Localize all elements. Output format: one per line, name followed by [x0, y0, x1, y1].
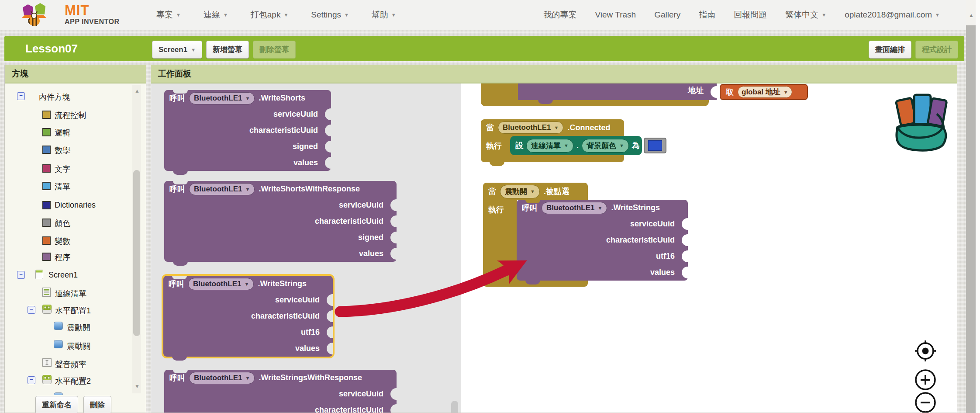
tree-item-button-vibrate-off[interactable]: 震動關: [5, 338, 146, 353]
mit-bee-logo-icon: [18, 2, 60, 27]
designer-view-button[interactable]: 畫面編排: [869, 41, 911, 59]
to-keyword: 為: [632, 140, 640, 151]
property-dropdown[interactable]: 背景顏色▼: [582, 139, 629, 153]
zoom-in-icon[interactable]: [916, 370, 935, 389]
menu-build[interactable]: 打包apk▼: [251, 9, 289, 21]
collapse-icon[interactable]: −: [28, 306, 35, 314]
socket-icon: [390, 404, 397, 413]
tree-item-harrangement1[interactable]: − 水平配置1: [5, 302, 146, 317]
page-scrollbar[interactable]: ▲: [966, 0, 976, 413]
component-dropdown[interactable]: BluetoothLE1▼: [498, 121, 563, 134]
tree-item-logic[interactable]: 邏輯: [5, 125, 146, 139]
component-dropdown[interactable]: BluetoothLE1▼: [188, 278, 254, 290]
flyout-block-writestringswithresponse[interactable]: 呼叫 BluetoothLE1▼ .WriteStringsWithRespon…: [164, 370, 397, 413]
collapse-icon[interactable]: −: [17, 271, 25, 279]
menu-my-projects[interactable]: 我的專案: [543, 9, 576, 21]
menu-gallery[interactable]: Gallery: [654, 10, 680, 20]
component-dropdown[interactable]: BluetoothLE1▼: [189, 372, 255, 384]
dropdown-caret-icon: ▼: [245, 96, 250, 101]
when-keyword: 當: [486, 122, 494, 133]
app-logo[interactable]: MIT APP INVENTOR: [18, 2, 119, 27]
menu-help[interactable]: 幫助▼: [372, 9, 396, 21]
blocks-workspace[interactable]: 呼叫 BluetoothLE1▼ .WriteShorts serviceUui…: [151, 83, 957, 413]
tree-item-button-vibrate-on[interactable]: 震動開: [5, 319, 146, 334]
tree-item-lists[interactable]: 清單: [5, 178, 146, 193]
tree-item-text[interactable]: 文字: [5, 161, 146, 176]
socket-icon: [327, 343, 333, 354]
menu-report-issue[interactable]: 回報問題: [734, 9, 767, 21]
menu-settings[interactable]: Settings▼: [311, 10, 349, 20]
scroll-up-icon[interactable]: ▲: [135, 88, 140, 94]
tree-item-math[interactable]: 數學: [5, 142, 146, 157]
tree-item-textbox[interactable]: 聲音頻率: [5, 356, 146, 371]
variable-dropdown[interactable]: global 地址▼: [738, 86, 792, 98]
caret-down-icon: ▼: [176, 12, 181, 17]
tree-item-builtin[interactable]: − 內件方塊: [5, 89, 146, 104]
collapse-icon[interactable]: −: [17, 92, 25, 100]
menu-project[interactable]: 專案▼: [156, 9, 181, 21]
socket-icon: [682, 267, 688, 278]
menu-language[interactable]: 繁体中文▼: [785, 9, 826, 21]
component-dropdown[interactable]: 震動開▼: [500, 185, 540, 198]
collapse-icon[interactable]: −: [28, 376, 35, 384]
dropdown-caret-icon: ▼: [245, 281, 249, 287]
tree-item-harrangement2[interactable]: − 水平配置2: [5, 373, 146, 388]
lists-color-icon: [42, 182, 51, 190]
page-scrollbar-thumb[interactable]: [966, 25, 976, 413]
menu-account[interactable]: oplate2018@gmail.com▼: [845, 10, 940, 20]
socket-icon: [390, 248, 397, 260]
setter-block-background-color[interactable]: 設 連線清單▼ . 背景顏色▼ 為: [510, 136, 642, 155]
method-name: .WriteShorts: [259, 94, 305, 103]
tree-item-partial[interactable]: [5, 389, 146, 395]
tree-item-variables[interactable]: 變數: [5, 233, 146, 248]
block-bottom-tab: [172, 356, 187, 361]
socket-icon: [390, 232, 397, 243]
center-blocks-icon[interactable]: [915, 340, 936, 361]
call-block-partial[interactable]: 地址: [518, 83, 717, 100]
method-name: .WriteStringsWithResponse: [259, 373, 362, 382]
menu-view-trash[interactable]: View Trash: [595, 10, 636, 20]
backpack-icon[interactable]: [891, 89, 952, 153]
socket-icon: [327, 294, 333, 306]
call-block-writestrings-nested[interactable]: 呼叫 BluetoothLE1▼ .WriteStrings serviceUu…: [517, 200, 688, 281]
flyout-block-writestrings-selected[interactable]: 呼叫 BluetoothLE1▼ .WriteStrings serviceUu…: [163, 276, 333, 357]
button-icon: [54, 392, 63, 395]
project-name: Lesson07: [25, 42, 78, 56]
scroll-down-icon[interactable]: ▼: [135, 383, 140, 389]
get-global-block[interactable]: 取 global 地址▼: [720, 84, 808, 100]
dot-separator: .: [576, 141, 579, 150]
call-keyword: 呼叫: [169, 184, 185, 194]
call-keyword: 呼叫: [169, 93, 185, 104]
palette-title: 方塊: [12, 68, 28, 80]
socket-icon: [325, 157, 331, 169]
palette-scrollbar-thumb[interactable]: [133, 170, 140, 336]
component-dropdown[interactable]: 連線清單▼: [526, 139, 573, 153]
tree-item-screen1[interactable]: − Screen1: [5, 267, 146, 282]
caret-down-icon: ▼: [935, 12, 940, 17]
component-dropdown[interactable]: BluetoothLE1▼: [189, 92, 255, 104]
component-dropdown[interactable]: BluetoothLE1▼: [542, 202, 607, 214]
main-menus: 專案▼ 連線▼ 打包apk▼ Settings▼ 幫助▼: [156, 0, 396, 30]
flyout-block-writeshortswithresponse[interactable]: 呼叫 BluetoothLE1▼ .WriteShortsWithRespons…: [164, 181, 397, 262]
scroll-up-icon[interactable]: ▲: [969, 12, 974, 18]
viewer-header: 工作面板: [151, 65, 957, 83]
tree-item-dictionaries[interactable]: Dictionaries: [5, 198, 146, 212]
flyout-scrollbar-thumb[interactable]: [451, 401, 458, 413]
rename-button[interactable]: 重新命名: [35, 396, 78, 413]
caret-down-icon: ▼: [283, 12, 288, 17]
tree-item-procedures[interactable]: 程序: [5, 249, 146, 264]
component-dropdown[interactable]: BluetoothLE1▼: [189, 183, 255, 195]
palette-tree: − 內件方塊 流程控制 邏輯 數學 文字 清單: [5, 83, 146, 395]
delete-button[interactable]: 刪除: [83, 396, 111, 413]
set-keyword: 設: [515, 140, 523, 151]
zoom-out-icon[interactable]: [916, 393, 935, 412]
screen-selector-button[interactable]: Screen1▼: [152, 41, 202, 59]
flyout-block-writeshorts[interactable]: 呼叫 BluetoothLE1▼ .WriteShorts serviceUui…: [164, 90, 331, 171]
tree-item-listpicker[interactable]: 連線清單: [5, 285, 146, 300]
color-block-blue[interactable]: [644, 138, 666, 153]
menu-connect[interactable]: 連線▼: [204, 9, 228, 21]
tree-item-control[interactable]: 流程控制: [5, 107, 146, 122]
tree-item-colors[interactable]: 顏色: [5, 215, 146, 230]
menu-guide[interactable]: 指南: [699, 9, 715, 21]
add-screen-button[interactable]: 新增螢幕: [206, 41, 249, 59]
